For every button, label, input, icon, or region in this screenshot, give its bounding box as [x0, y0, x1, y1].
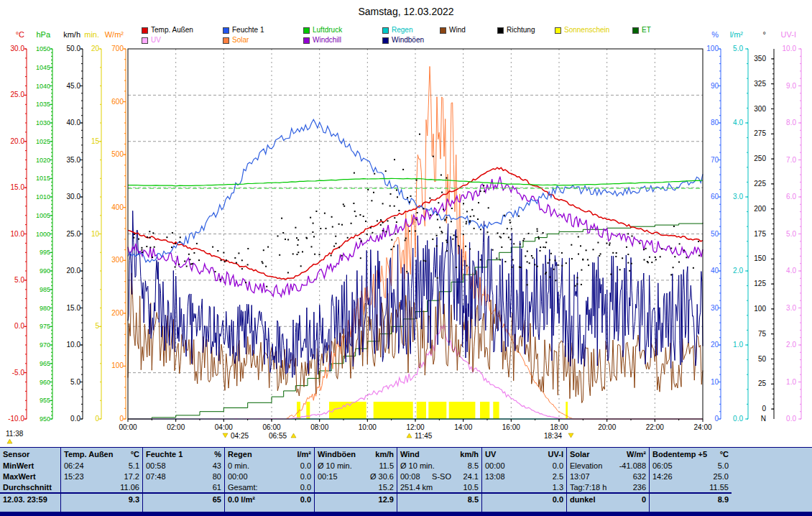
svg-text:950: 950	[40, 415, 50, 423]
table-row-l: Ø 10 min.	[318, 461, 352, 470]
st-header-l: Wind	[400, 450, 420, 459]
table-row-v: 5.0	[718, 461, 729, 470]
table-row: Ø 10 min.8.5	[397, 460, 481, 471]
st-header: SolarW/m²	[567, 448, 649, 460]
st-header-v: km/h	[460, 450, 479, 459]
svg-text:70: 70	[711, 156, 719, 164]
svg-text:N: N	[761, 415, 766, 423]
svg-text:18:00: 18:00	[550, 423, 568, 431]
svg-text:4.0: 4.0	[786, 267, 796, 275]
svg-text:UV-I: UV-I	[781, 30, 796, 39]
svg-text:min.: min.	[84, 30, 99, 39]
axis-min: min.05101520	[84, 30, 101, 423]
table-row-v: 8.9	[718, 495, 729, 504]
table-row-v: 1.3	[553, 483, 563, 492]
st-header-v: °C	[131, 450, 139, 459]
svg-text:970: 970	[40, 341, 50, 349]
table-row-v: 0.0	[300, 472, 311, 481]
st-header-v: %	[214, 450, 221, 459]
svg-text:4.0: 4.0	[733, 119, 743, 126]
svg-text:50: 50	[758, 355, 767, 363]
table-row-l: 15:23	[64, 472, 84, 481]
svg-text:25.0: 25.0	[11, 91, 25, 98]
table-row-v: 9.3	[129, 495, 139, 504]
svg-text:20.0: 20.0	[11, 137, 25, 145]
svg-text:12:00: 12:00	[406, 423, 424, 431]
table-row: Ø 10 min.11.5	[315, 460, 397, 471]
axis-lm2: l/m²0.01.02.03.04.05.0	[730, 30, 748, 423]
svg-text:980: 980	[40, 305, 50, 312]
svg-text:18:34: 18:34	[544, 432, 562, 440]
svg-text:15: 15	[91, 137, 100, 145]
table-row: 61	[143, 482, 224, 492]
table-row-l: 00:00	[228, 472, 248, 481]
svg-text:15.0: 15.0	[11, 183, 25, 191]
table-row-v: 0.0	[553, 461, 563, 470]
svg-text:30: 30	[711, 304, 719, 312]
weather-station-graph: Samstag, 12.03.2022 Temp. AußenFeuchte 1…	[0, 0, 812, 516]
svg-text:30.0: 30.0	[67, 193, 81, 201]
table-row-l: MaxWert	[3, 472, 36, 481]
st-header-l: Regen	[228, 450, 252, 459]
svg-text:500: 500	[111, 150, 124, 158]
svg-text:5.0: 5.0	[70, 378, 80, 386]
table-row-v: 61	[213, 483, 221, 492]
svg-text:250: 250	[754, 155, 766, 162]
svg-text:5.0: 5.0	[14, 276, 24, 284]
svg-text:5.0: 5.0	[786, 230, 796, 238]
table-row: 15.2	[315, 482, 397, 492]
table-row-v: 2.5	[553, 472, 563, 481]
stats-column-Feuchte 1: Feuchte 1%00:584307:48806165	[143, 448, 225, 512]
table-row: 11.06	[61, 482, 142, 492]
table-row: 07:4880	[143, 471, 224, 482]
svg-text:W/m²: W/m²	[105, 30, 124, 39]
table-row-l: Gesamt:	[228, 483, 258, 492]
axis-pct: %0102030405060708090100	[706, 30, 721, 423]
stats-column-Solar: SolarW/m²Elevation-41.08813:07632Tag:7:1…	[567, 448, 650, 512]
rise-triangle-icon	[291, 433, 296, 438]
svg-text:24:00: 24:00	[693, 423, 711, 431]
table-row-l: 14:26	[652, 472, 673, 481]
svg-text:1000: 1000	[36, 231, 50, 238]
svg-text:00:00: 00:00	[119, 423, 137, 431]
table-row-v: 0.0	[553, 495, 563, 504]
table-row-l: 00:58	[146, 461, 166, 470]
table-row-l: Durchschnitt	[3, 483, 52, 492]
svg-text:985: 985	[40, 286, 50, 293]
st-header: Feuchte 1%	[143, 448, 224, 460]
svg-text:04:00: 04:00	[215, 423, 233, 431]
svg-text:02:00: 02:00	[167, 423, 185, 431]
table-row: MaxWert	[0, 471, 60, 482]
svg-text:995: 995	[40, 249, 50, 256]
svg-text:2.0: 2.0	[733, 267, 743, 275]
table-row-l: 00:15	[318, 472, 338, 481]
svg-text:300: 300	[754, 105, 766, 113]
stats-column-sensor: SensorMinWertMaxWertDurchschnitt12.03. 2…	[0, 448, 61, 512]
svg-text:22:00: 22:00	[646, 423, 664, 431]
svg-text:100: 100	[111, 361, 124, 369]
table-row-v: 632	[633, 472, 646, 481]
svg-text:700: 700	[111, 45, 124, 52]
st-header: Windböenkm/h	[315, 448, 397, 460]
axis-kmh: km/h0.05.010.015.020.025.030.035.040.045…	[63, 30, 83, 423]
series-temp	[128, 167, 703, 280]
table-row-l: MinWert	[3, 461, 34, 470]
table-row-v: -41.088	[619, 461, 646, 470]
stats-column-Windböen: Windböenkm/hØ 10 min.11.500:15Ø 30.615.2…	[315, 448, 397, 512]
svg-text:0.0: 0.0	[70, 415, 80, 423]
svg-text:325: 325	[754, 80, 766, 88]
table-row-v: 25.0	[714, 472, 729, 481]
svg-text:600: 600	[111, 98, 124, 106]
table-row: 00:08S-SO24.1	[397, 471, 481, 482]
table-row: 00:5843	[143, 460, 224, 471]
table-row-v: 17.2	[124, 472, 139, 481]
svg-text:°C: °C	[16, 30, 24, 39]
svg-text:1030: 1030	[36, 119, 50, 126]
svg-text:0: 0	[762, 405, 766, 413]
table-row-l: 0 min.	[228, 461, 249, 470]
table-row-v: 5.1	[129, 461, 139, 470]
svg-text:06:55: 06:55	[269, 432, 287, 440]
svg-text:10.0: 10.0	[67, 341, 81, 349]
st-header: Sensor	[0, 448, 60, 460]
svg-text:25: 25	[758, 379, 767, 387]
